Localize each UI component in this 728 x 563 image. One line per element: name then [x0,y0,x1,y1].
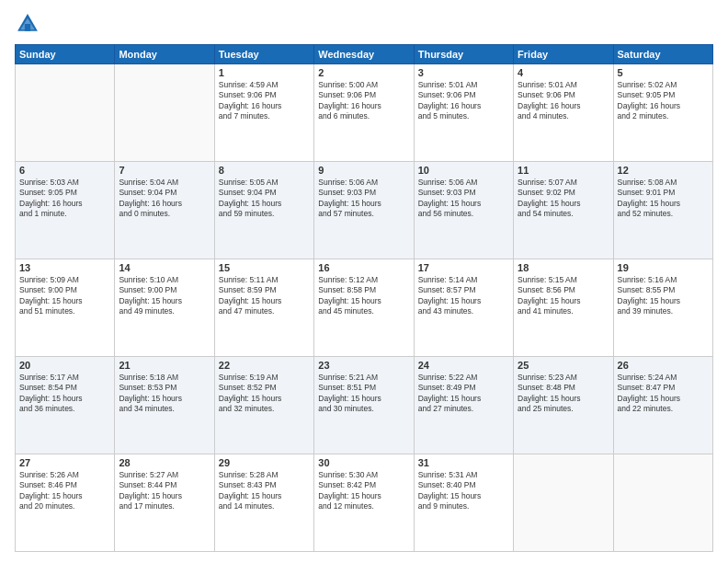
calendar-cell: 7Sunrise: 5:04 AM Sunset: 9:04 PM Daylig… [115,162,214,259]
logo-icon [15,11,40,37]
day-number: 7 [119,165,210,176]
calendar-week-1: 1Sunrise: 4:59 AM Sunset: 9:06 PM Daylig… [16,64,713,162]
calendar-cell: 27Sunrise: 5:26 AM Sunset: 8:46 PM Dayli… [16,454,115,552]
calendar-cell: 3Sunrise: 5:01 AM Sunset: 9:06 PM Daylig… [414,64,513,162]
day-number: 12 [618,165,709,176]
calendar-cell [16,64,115,162]
day-number: 31 [418,457,509,468]
calendar-cell: 25Sunrise: 5:23 AM Sunset: 8:48 PM Dayli… [514,357,613,454]
cell-info: Sunrise: 5:15 AM Sunset: 8:56 PM Dayligh… [518,275,609,317]
day-number: 21 [119,360,210,371]
cell-info: Sunrise: 5:23 AM Sunset: 8:48 PM Dayligh… [518,373,609,415]
calendar-cell: 13Sunrise: 5:09 AM Sunset: 9:00 PM Dayli… [16,259,115,357]
day-number: 20 [19,360,110,371]
cell-info: Sunrise: 5:31 AM Sunset: 8:40 PM Dayligh… [418,470,509,512]
calendar-cell: 28Sunrise: 5:27 AM Sunset: 8:44 PM Dayli… [115,454,214,552]
calendar-cell: 9Sunrise: 5:06 AM Sunset: 9:03 PM Daylig… [314,162,414,259]
calendar-cell: 21Sunrise: 5:18 AM Sunset: 8:53 PM Dayli… [115,357,214,454]
cell-info: Sunrise: 5:09 AM Sunset: 9:00 PM Dayligh… [19,275,110,317]
cell-info: Sunrise: 5:02 AM Sunset: 9:05 PM Dayligh… [618,80,709,122]
calendar-cell: 8Sunrise: 5:05 AM Sunset: 9:04 PM Daylig… [214,162,313,259]
cell-info: Sunrise: 5:08 AM Sunset: 9:01 PM Dayligh… [618,178,709,220]
calendar-cell: 14Sunrise: 5:10 AM Sunset: 9:00 PM Dayli… [115,259,214,357]
calendar-cell: 19Sunrise: 5:16 AM Sunset: 8:55 PM Dayli… [613,259,712,357]
calendar-cell: 4Sunrise: 5:01 AM Sunset: 9:06 PM Daylig… [514,64,613,162]
cell-info: Sunrise: 5:06 AM Sunset: 9:03 PM Dayligh… [318,178,409,220]
cell-info: Sunrise: 5:24 AM Sunset: 8:47 PM Dayligh… [618,373,709,415]
calendar-cell: 12Sunrise: 5:08 AM Sunset: 9:01 PM Dayli… [613,162,712,259]
weekday-header-monday: Monday [115,45,214,64]
calendar-cell: 31Sunrise: 5:31 AM Sunset: 8:40 PM Dayli… [414,454,513,552]
cell-info: Sunrise: 5:06 AM Sunset: 9:03 PM Dayligh… [418,178,509,220]
svg-rect-2 [25,24,30,31]
calendar-cell: 23Sunrise: 5:21 AM Sunset: 8:51 PM Dayli… [314,357,414,454]
calendar-cell: 29Sunrise: 5:28 AM Sunset: 8:43 PM Dayli… [214,454,313,552]
header [15,11,713,37]
day-number: 4 [518,67,609,78]
calendar-table: SundayMondayTuesdayWednesdayThursdayFrid… [15,44,713,552]
day-number: 13 [19,262,110,273]
cell-info: Sunrise: 5:03 AM Sunset: 9:05 PM Dayligh… [19,178,110,220]
logo [15,11,44,37]
day-number: 16 [318,262,409,273]
cell-info: Sunrise: 5:27 AM Sunset: 8:44 PM Dayligh… [119,470,210,512]
calendar-cell: 17Sunrise: 5:14 AM Sunset: 8:57 PM Dayli… [414,259,513,357]
calendar-week-4: 20Sunrise: 5:17 AM Sunset: 8:54 PM Dayli… [16,357,713,454]
day-number: 17 [418,262,509,273]
calendar-cell: 11Sunrise: 5:07 AM Sunset: 9:02 PM Dayli… [514,162,613,259]
cell-info: Sunrise: 5:01 AM Sunset: 9:06 PM Dayligh… [418,80,509,122]
cell-info: Sunrise: 5:28 AM Sunset: 8:43 PM Dayligh… [219,470,310,512]
weekday-header-sunday: Sunday [16,45,115,64]
day-number: 30 [318,457,409,468]
calendar-cell: 30Sunrise: 5:30 AM Sunset: 8:42 PM Dayli… [314,454,414,552]
day-number: 5 [618,67,709,78]
cell-info: Sunrise: 5:22 AM Sunset: 8:49 PM Dayligh… [418,373,509,415]
day-number: 27 [19,457,110,468]
cell-info: Sunrise: 5:11 AM Sunset: 8:59 PM Dayligh… [219,275,310,317]
cell-info: Sunrise: 5:07 AM Sunset: 9:02 PM Dayligh… [518,178,609,220]
day-number: 19 [618,262,709,273]
calendar-cell: 6Sunrise: 5:03 AM Sunset: 9:05 PM Daylig… [16,162,115,259]
weekday-header-tuesday: Tuesday [214,45,313,64]
day-number: 2 [318,67,409,78]
day-number: 25 [518,360,609,371]
calendar-cell: 24Sunrise: 5:22 AM Sunset: 8:49 PM Dayli… [414,357,513,454]
weekday-header-wednesday: Wednesday [314,45,414,64]
calendar-cell: 5Sunrise: 5:02 AM Sunset: 9:05 PM Daylig… [613,64,712,162]
calendar-cell: 16Sunrise: 5:12 AM Sunset: 8:58 PM Dayli… [314,259,414,357]
calendar-cell [115,64,214,162]
day-number: 23 [318,360,409,371]
calendar-cell [613,454,712,552]
cell-info: Sunrise: 5:10 AM Sunset: 9:00 PM Dayligh… [119,275,210,317]
day-number: 10 [418,165,509,176]
weekday-header-thursday: Thursday [414,45,513,64]
cell-info: Sunrise: 5:30 AM Sunset: 8:42 PM Dayligh… [318,470,409,512]
cell-info: Sunrise: 5:05 AM Sunset: 9:04 PM Dayligh… [219,178,310,220]
weekday-header-saturday: Saturday [613,45,712,64]
cell-info: Sunrise: 5:26 AM Sunset: 8:46 PM Dayligh… [19,470,110,512]
weekday-header-friday: Friday [514,45,613,64]
day-number: 6 [19,165,110,176]
day-number: 28 [119,457,210,468]
day-number: 11 [518,165,609,176]
calendar-cell: 2Sunrise: 5:00 AM Sunset: 9:06 PM Daylig… [314,64,414,162]
cell-info: Sunrise: 5:12 AM Sunset: 8:58 PM Dayligh… [318,275,409,317]
cell-info: Sunrise: 5:04 AM Sunset: 9:04 PM Dayligh… [119,178,210,220]
calendar-week-3: 13Sunrise: 5:09 AM Sunset: 9:00 PM Dayli… [16,259,713,357]
cell-info: Sunrise: 5:01 AM Sunset: 9:06 PM Dayligh… [518,80,609,122]
cell-info: Sunrise: 5:17 AM Sunset: 8:54 PM Dayligh… [19,373,110,415]
calendar-cell: 22Sunrise: 5:19 AM Sunset: 8:52 PM Dayli… [214,357,313,454]
cell-info: Sunrise: 5:18 AM Sunset: 8:53 PM Dayligh… [119,373,210,415]
calendar-cell: 26Sunrise: 5:24 AM Sunset: 8:47 PM Dayli… [613,357,712,454]
calendar-cell: 10Sunrise: 5:06 AM Sunset: 9:03 PM Dayli… [414,162,513,259]
day-number: 24 [418,360,509,371]
calendar-cell: 1Sunrise: 4:59 AM Sunset: 9:06 PM Daylig… [214,64,313,162]
cell-info: Sunrise: 5:16 AM Sunset: 8:55 PM Dayligh… [618,275,709,317]
page: SundayMondayTuesdayWednesdayThursdayFrid… [0,0,728,563]
cell-info: Sunrise: 5:00 AM Sunset: 9:06 PM Dayligh… [318,80,409,122]
day-number: 1 [219,67,310,78]
weekday-header-row: SundayMondayTuesdayWednesdayThursdayFrid… [16,45,713,64]
day-number: 29 [219,457,310,468]
calendar-week-2: 6Sunrise: 5:03 AM Sunset: 9:05 PM Daylig… [16,162,713,259]
calendar-cell: 20Sunrise: 5:17 AM Sunset: 8:54 PM Dayli… [16,357,115,454]
